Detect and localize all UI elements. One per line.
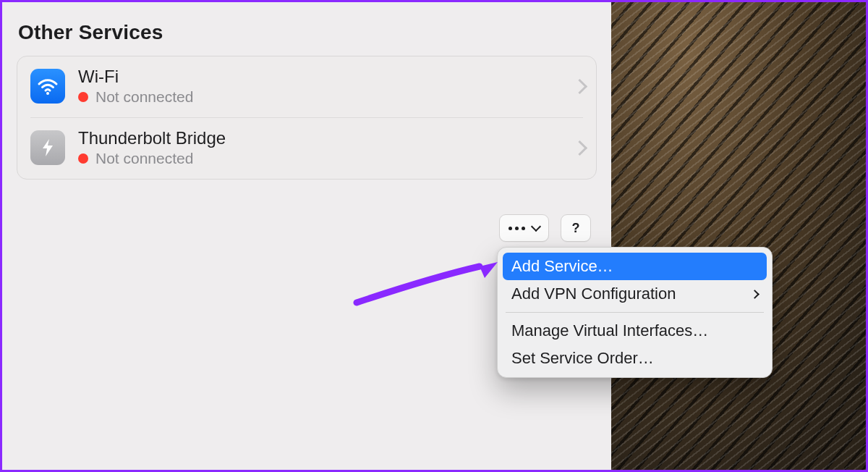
thunderbolt-icon [30, 130, 65, 165]
more-actions-button[interactable] [499, 214, 549, 242]
menu-item-add-service[interactable]: Add Service… [503, 253, 767, 280]
menu-item-label: Add VPN Configuration [511, 285, 676, 303]
status-dot-icon [78, 153, 88, 164]
screenshot-frame: Other Services Wi-Fi Not connected [0, 0, 868, 472]
status-text: Not connected [95, 150, 193, 167]
chevron-right-icon [574, 78, 583, 94]
other-services-list: Wi-Fi Not connected Thunderbolt Bridge [17, 56, 597, 180]
service-info: Wi-Fi Not connected [78, 67, 561, 106]
service-info: Thunderbolt Bridge Not connected [78, 128, 561, 167]
menu-item-add-vpn[interactable]: Add VPN Configuration [503, 280, 767, 308]
help-button[interactable]: ? [561, 214, 591, 242]
section-title: Other Services [18, 21, 597, 44]
panel-actions: ? [17, 214, 597, 242]
menu-item-label: Set Service Order… [511, 349, 654, 368]
menu-item-set-order[interactable]: Set Service Order… [503, 345, 767, 372]
menu-item-label: Manage Virtual Interfaces… [511, 321, 708, 340]
menu-separator [506, 312, 764, 313]
chevron-down-icon [531, 222, 541, 232]
menu-item-manage-virtual[interactable]: Manage Virtual Interfaces… [503, 317, 767, 345]
svg-point-0 [46, 92, 49, 95]
chevron-right-icon [574, 140, 583, 156]
desktop-wallpaper [611, 2, 866, 470]
status-dot-icon [78, 92, 88, 102]
service-name: Wi-Fi [78, 67, 561, 87]
service-row-wifi[interactable]: Wi-Fi Not connected [30, 56, 583, 118]
chevron-right-icon [750, 290, 760, 299]
service-name: Thunderbolt Bridge [78, 128, 561, 148]
service-status: Not connected [78, 88, 561, 106]
ellipsis-icon [509, 227, 525, 230]
menu-item-label: Add Service… [511, 257, 613, 276]
service-row-thunderbolt[interactable]: Thunderbolt Bridge Not connected [30, 118, 583, 179]
status-text: Not connected [95, 88, 193, 106]
service-status: Not connected [78, 150, 561, 167]
network-settings-panel: Other Services Wi-Fi Not connected [2, 2, 611, 470]
wifi-icon [30, 69, 65, 104]
more-actions-menu: Add Service… Add VPN Configuration Manag… [497, 247, 773, 378]
